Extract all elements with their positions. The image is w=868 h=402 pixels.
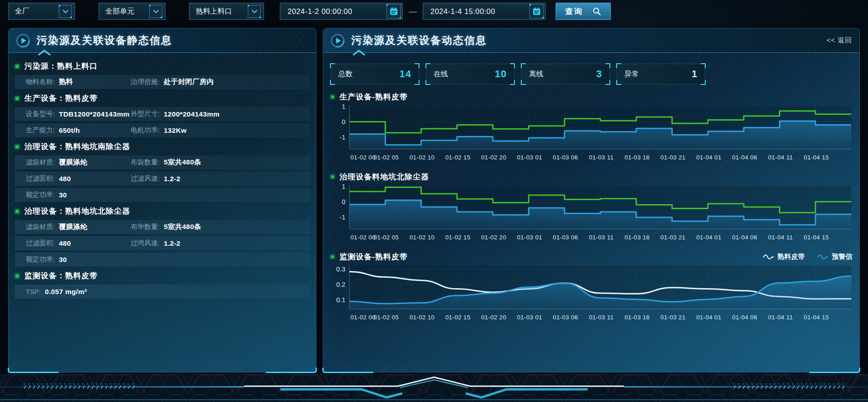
info-cell: 过滤风速:1.2-2 <box>131 174 180 183</box>
stat-label: 离线 <box>529 70 543 79</box>
section-header-row: 污染源：熟料上料口 <box>15 59 310 73</box>
play-icon <box>330 33 345 48</box>
info-value: 132Kw <box>164 126 187 135</box>
info-label: 滤袋材质: <box>26 223 55 231</box>
legend-item-预警信[interactable]: 预警信 <box>817 252 852 261</box>
svg-text:-1: -1 <box>340 134 345 141</box>
svg-text:01-03 01: 01-03 01 <box>517 234 542 241</box>
svg-text:01-03 21: 01-03 21 <box>660 234 686 241</box>
green-square-bullet-icon <box>330 95 335 99</box>
corner-bracket <box>701 63 706 68</box>
svg-text:01-04 15: 01-04 15 <box>804 314 829 321</box>
info-value: 覆膜涤纶 <box>59 222 87 232</box>
stat-card-异常: 异常1 <box>617 64 705 84</box>
date-end-value: 2024-1-4 15:00:00 <box>430 7 495 16</box>
green-square-bullet-icon <box>15 64 19 69</box>
chart-svg-wrap: 10-101-02 0001-02 0501-02 1001-02 1501-0… <box>330 104 852 164</box>
info-value: 5室共480条 <box>164 222 201 232</box>
select-unit[interactable]: 全部单元 <box>99 3 165 20</box>
green-square-bullet-icon <box>15 274 19 278</box>
corner-bracket <box>330 63 335 68</box>
info-value: 熟料 <box>59 77 73 87</box>
svg-text:01-04 01: 01-04 01 <box>696 314 722 321</box>
select-source[interactable]: 熟料上料口 <box>189 3 264 20</box>
svg-text:01-04 15: 01-04 15 <box>804 154 829 161</box>
chart-title-row: 生产设备-熟料皮带 <box>330 91 852 103</box>
svg-text:01-02 20: 01-02 20 <box>481 234 506 241</box>
info-cell: 布华数量:5室共480条 <box>131 222 201 232</box>
svg-text:01-02 00: 01-02 00 <box>350 234 376 241</box>
stat-card-总数: 总数14 <box>330 64 419 84</box>
info-row: 额定功率:30 <box>15 188 310 202</box>
info-label: 过滤面积: <box>26 239 55 248</box>
svg-text:0: 0 <box>342 198 345 206</box>
chevron-down-icon[interactable] <box>149 5 162 18</box>
corner-bracket <box>605 80 610 85</box>
green-square-bullet-icon <box>330 175 335 179</box>
info-value: 480 <box>59 239 71 248</box>
legend-item-熟料皮带[interactable]: 熟料皮带 <box>763 252 805 261</box>
stat-label: 异常 <box>624 70 639 79</box>
stat-value: 3 <box>596 68 602 80</box>
info-cell: 过滤面积:480 <box>26 239 131 248</box>
info-value: 1.2-2 <box>164 175 180 183</box>
svg-text:01-02 05: 01-02 05 <box>373 314 399 321</box>
legend-label: 熟料皮带 <box>778 252 805 261</box>
chart-block-2: 监测设备-熟料皮带熟料皮带预警信0.30.20.101-02 0001-02 0… <box>330 251 852 324</box>
chart-svg: 10-101-02 0001-02 0501-02 1001-02 1501-0… <box>330 184 853 243</box>
stat-value: 10 <box>495 68 507 80</box>
chart-svg-wrap: 0.30.20.101-02 0001-02 0501-02 1001-02 1… <box>330 264 852 324</box>
info-label: 外型尺寸: <box>131 110 160 118</box>
section-label: 污染源：熟料上料口 <box>24 61 98 71</box>
svg-text:01-02 10: 01-02 10 <box>410 154 435 161</box>
svg-text:01-02 05: 01-02 05 <box>373 234 399 241</box>
section-label: 治理设备：熟料地坑南除尘器 <box>24 141 130 152</box>
date-end-field[interactable]: 2024-1-4 15:00:00 <box>423 3 546 20</box>
section-header-row: 治理设备：熟料地坑南除尘器 <box>15 140 310 154</box>
select-factory-value: 全厂 <box>15 7 29 16</box>
chart-title: 监测设备-熟料皮带 <box>340 252 408 262</box>
corner-bracket <box>425 80 430 85</box>
svg-text:01-04 11: 01-04 11 <box>768 314 793 321</box>
svg-text:01-03 06: 01-03 06 <box>553 154 578 161</box>
calendar-icon[interactable] <box>387 4 401 19</box>
info-value: 480 <box>59 175 71 183</box>
legend-line-icon <box>763 254 774 259</box>
svg-text:01-03 16: 01-03 16 <box>624 154 650 161</box>
dynamic-info-title: 污染源及关联设备动态信息 <box>351 33 487 47</box>
info-label: 布华数量: <box>131 223 160 231</box>
section-header-row: 监测设备：熟料皮带 <box>15 269 310 283</box>
chevron-down-icon[interactable] <box>248 5 261 18</box>
info-row: 过滤面积:480过滤风速:1.2-2 <box>15 172 310 186</box>
chart-svg: 0.30.20.101-02 0001-02 0501-02 1001-02 1… <box>330 264 853 323</box>
info-cell: 电机功率:132Kw <box>131 126 187 135</box>
section-header-row: 治理设备：熟料地坑北除尘器 <box>15 204 310 218</box>
svg-text:01-03 06: 01-03 06 <box>553 314 578 321</box>
chart-svg: 10-101-02 0001-02 0501-02 1001-02 1501-0… <box>330 104 853 163</box>
date-range-separator: — <box>409 7 417 16</box>
device-stats-row: 总数14在线10离线3异常1 <box>330 64 852 84</box>
back-link[interactable]: << 返回 <box>826 36 852 45</box>
info-label: 设备型号: <box>26 110 55 118</box>
info-cell: TSP:0.057 mg/m³ <box>26 288 87 296</box>
svg-text:0: 0 <box>342 118 345 126</box>
calendar-icon[interactable] <box>529 4 544 19</box>
search-button-label: 查询 <box>565 6 583 17</box>
info-row: 物料名称:熟料治理措施:处于封闭厂房内 <box>15 75 310 89</box>
chevron-down-icon[interactable] <box>59 5 72 18</box>
svg-text:01-04 01: 01-04 01 <box>696 154 722 161</box>
stat-label: 在线 <box>434 70 448 79</box>
info-cell: 布袋数量:5室共480条 <box>131 158 201 167</box>
date-start-field[interactable]: 2024-1-2 00:00:00 <box>280 3 403 20</box>
search-button[interactable]: 查询 <box>556 3 611 20</box>
svg-text:01-03 01: 01-03 01 <box>517 314 542 321</box>
legend-label: 预警信 <box>832 252 852 261</box>
play-icon <box>16 33 30 48</box>
svg-text:01-04 06: 01-04 06 <box>732 234 757 241</box>
svg-text:01-04 06: 01-04 06 <box>732 154 757 161</box>
green-square-bullet-icon <box>15 96 19 101</box>
static-info-panel: 污染源及关联设备静态信息 污染源：熟料上料口物料名称:熟料治理措施:处于封闭厂房… <box>8 28 316 373</box>
svg-text:01-03 11: 01-03 11 <box>589 154 614 161</box>
corner-bracket <box>616 80 621 85</box>
select-factory[interactable]: 全厂 <box>8 3 75 20</box>
